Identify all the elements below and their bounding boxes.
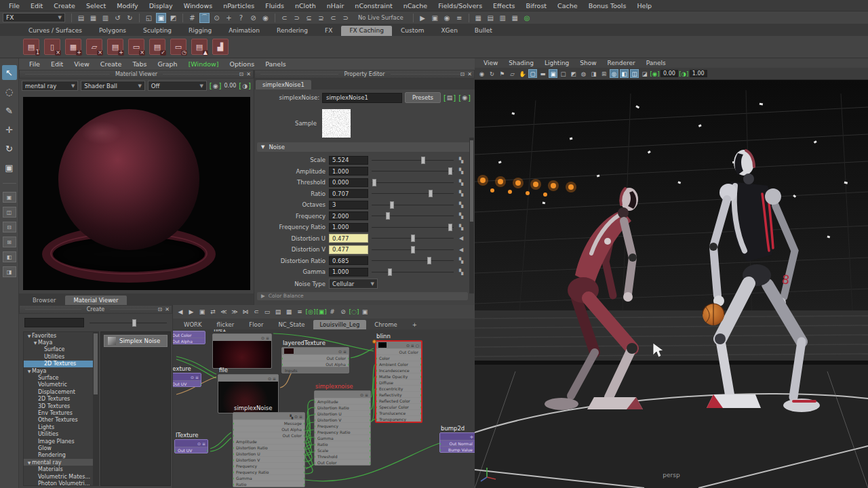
depth-of-field-icon[interactable]: ◎: [610, 69, 618, 78]
shelf-tab-bullet[interactable]: Bullet: [467, 26, 500, 36]
node-port-message[interactable]: Message: [233, 420, 304, 426]
tree-item-image-planes[interactable]: Image Planes: [24, 438, 98, 445]
lock-selection-icon[interactable]: ⊘: [248, 13, 258, 23]
attach-cache-icon[interactable]: ▭◷: [170, 39, 186, 55]
graph-tab-louisville-leg[interactable]: Louisville_Leg: [313, 320, 367, 329]
replace-frame-icon[interactable]: ▤✓: [149, 39, 165, 55]
attr-slider[interactable]: [372, 178, 454, 187]
menu-create[interactable]: Create: [49, 1, 80, 10]
node-port-bump-value[interactable]: Bump Value: [440, 446, 475, 452]
slider-handle[interactable]: [411, 246, 415, 253]
node-ltexture[interactable]: lTexture⊙ ≡Out UV: [174, 439, 208, 453]
attr-value-input[interactable]: 1.000: [329, 167, 368, 176]
menu-edit[interactable]: Edit: [26, 1, 47, 10]
node-port-gamma[interactable]: Gamma: [233, 474, 304, 481]
camera-attrs-icon[interactable]: ↻: [488, 69, 496, 78]
exposure-value[interactable]: 0.00: [660, 70, 678, 77]
snap-curve-icon[interactable]: ⌒: [199, 13, 210, 23]
snap-view-plane-icon[interactable]: +: [224, 13, 234, 23]
node-port-reflectivity[interactable]: Reflectivity: [376, 391, 421, 397]
slider-handle[interactable]: [386, 212, 390, 220]
isolate-select-icon[interactable]: ◧: [620, 69, 629, 78]
brackets-icon[interactable]: [◌]: [349, 307, 359, 317]
gamma-value[interactable]: 1.00: [690, 70, 707, 77]
menu-nhair[interactable]: nHair: [322, 1, 349, 10]
texture-map-icon[interactable]: ▚: [457, 269, 465, 275]
tree-item-2d-textures[interactable]: 2D Textures: [24, 396, 98, 403]
shelf-tab-animation[interactable]: Animation: [220, 26, 268, 36]
ipr-render-icon[interactable]: ◉: [442, 13, 452, 23]
snap-point-icon[interactable]: ⊙: [212, 13, 222, 23]
camera-select-icon[interactable]: ◉: [477, 69, 486, 78]
bookmark-icon[interactable]: ⚑: [498, 69, 507, 78]
menu-fluids[interactable]: Fluids: [260, 1, 289, 10]
node-layeredtexture[interactable]: layeredTexture⊙ ≡Out ColorOut AlphaInput…: [281, 347, 349, 373]
two-pane-side-layout[interactable]: ◫: [3, 207, 16, 218]
swatch-icon[interactable]: ▣: [360, 307, 370, 317]
hypershade-persp-layout[interactable]: ◨: [3, 266, 16, 277]
menu-bifrost[interactable]: Bifrost: [521, 1, 551, 10]
attr-slider[interactable]: [372, 211, 454, 220]
node-port-translucence[interactable]: Translucence: [376, 409, 421, 415]
environment-dropdown[interactable]: Off▼: [148, 81, 207, 91]
tree-item-volumetric-mates[interactable]: Volumetric Mates...: [24, 473, 98, 480]
menu-windows[interactable]: Windows: [179, 1, 217, 10]
multisample-icon[interactable]: ⊞: [599, 69, 608, 78]
attr-value-input[interactable]: 0.707: [329, 189, 368, 198]
property-editor-scrollbar[interactable]: [469, 138, 474, 293]
menu-cache[interactable]: Cache: [553, 1, 583, 10]
hypershade-menu-create[interactable]: Create: [96, 60, 127, 68]
texture-map-icon[interactable]: ▚: [457, 258, 465, 264]
close-icon[interactable]: ✕: [246, 71, 251, 77]
node-port-frequency[interactable]: Frequency: [315, 422, 370, 428]
select-object-icon[interactable]: ▣: [156, 13, 166, 23]
noise-sample-swatch[interactable]: [322, 109, 351, 138]
pin-icon[interactable]: ⊘: [338, 307, 348, 317]
attr-value-input[interactable]: 1.000: [329, 268, 368, 277]
tab-browser[interactable]: Browser: [24, 296, 64, 305]
attr-value-input[interactable]: 0.477: [329, 245, 368, 254]
tree-item-displacement[interactable]: Displacement: [24, 388, 98, 395]
close-icon[interactable]: ✕: [467, 71, 472, 77]
lighting-icon[interactable]: □: [559, 69, 568, 78]
hypershade-menu-graph[interactable]: Graph: [153, 60, 182, 68]
renderer-dropdown[interactable]: mental ray▼: [22, 81, 78, 91]
node-outstub[interactable]: Out ColorOut Alpha: [173, 331, 205, 344]
create-search-input[interactable]: [24, 318, 84, 327]
graph-upstream-icon[interactable]: ≪: [219, 307, 229, 317]
slider-handle[interactable]: [411, 235, 415, 242]
connected-mode-icon[interactable]: ▤: [273, 307, 283, 317]
attr-value-input[interactable]: 0.000: [329, 178, 368, 187]
node-port-ratio[interactable]: Ratio: [233, 481, 304, 487]
make-live-icon[interactable]: ?: [236, 13, 246, 23]
node-blinn[interactable]: blinn⊙ ≡ ○Out ColorColorAmbient ColorInc…: [375, 340, 422, 423]
node-port-out-color[interactable]: Out Color: [233, 432, 304, 438]
tree-item-mental-ray[interactable]: ▼mental ray: [24, 459, 98, 466]
xgen-target-icon[interactable]: ◎: [522, 13, 532, 23]
slider-handle[interactable]: [448, 167, 452, 175]
node-port-out-color[interactable]: Out Color: [173, 331, 205, 338]
menu-effects[interactable]: Effects: [488, 1, 519, 10]
graph-tab-chrome[interactable]: Chrome: [368, 320, 403, 329]
node-bump2d[interactable]: bump2d✛Out NormalBump Value: [439, 432, 475, 453]
node-port-threshold[interactable]: Threshold: [315, 453, 370, 459]
simple-mode-icon[interactable]: ▭: [262, 307, 272, 317]
node-simplexnoise[interactable]: simplexNoise▚ ⊙ ≡MessageOut AlphaOut Col…: [233, 412, 305, 487]
attr-slider[interactable]: [372, 268, 454, 277]
menu-display[interactable]: Display: [144, 1, 178, 10]
viewport-menu-shading[interactable]: Shading: [504, 60, 538, 66]
exposure-control[interactable]: [◉]: [210, 82, 222, 89]
tree-item-utilities[interactable]: Utilities: [24, 430, 98, 437]
attr-value-input[interactable]: 2.000: [329, 211, 368, 220]
material-preview[interactable]: [23, 97, 250, 290]
show-hide-attrs-icon[interactable]: [▤]: [443, 94, 456, 102]
zoom-in-icon[interactable]: [◎]: [306, 307, 315, 317]
hypershade-menu-edit[interactable]: Edit: [46, 60, 68, 68]
exposure-icon[interactable]: [◉]: [650, 69, 659, 78]
tree-item-2d-textures[interactable]: 2D Textures: [24, 361, 98, 367]
menu-nparticles[interactable]: nParticles: [218, 1, 259, 10]
slider-handle[interactable]: [427, 257, 431, 264]
slider-handle[interactable]: [372, 179, 376, 186]
float-panel-icon[interactable]: ⊡: [158, 306, 163, 312]
cv-icon[interactable]: ⊂: [328, 13, 338, 23]
